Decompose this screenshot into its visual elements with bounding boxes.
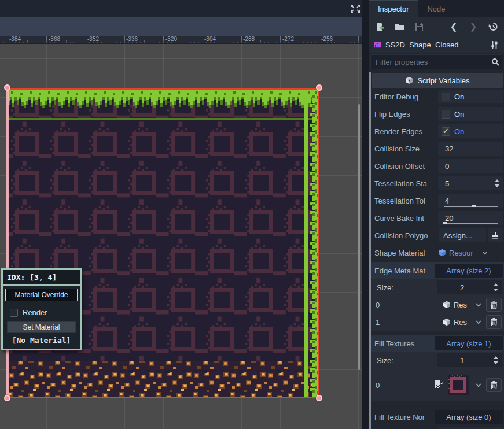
ruler-tick-label: -256 <box>321 36 333 42</box>
horizontal-ruler: -384 -368 -352 -336 -320 -304 -288 -272 … <box>0 36 362 44</box>
tessellation-tolerance-field[interactable]: 4 <box>438 194 503 208</box>
property-shape-material: Shape Material Resour <box>371 244 504 261</box>
render-label: Render <box>23 308 47 317</box>
section-script-variables[interactable]: Script Variables <box>372 73 503 88</box>
tab-inspector[interactable]: Inspector <box>369 0 418 17</box>
trash-icon <box>490 381 498 389</box>
no-material-label: [No Material] <box>3 334 80 345</box>
property-fill-texture-z-index: Fill Texture Z I -10 <box>371 426 504 429</box>
collision-offset-field[interactable]: 0 <box>438 159 503 173</box>
flip-edges-checkbox[interactable] <box>442 110 450 119</box>
object-history-icon[interactable] <box>488 21 498 32</box>
property-tessellation-stages: Tessellation Sta 5 <box>371 175 504 192</box>
ruler-tick-label: -368 <box>49 36 60 42</box>
property-editor-debug: Editor Debug On <box>371 88 504 105</box>
filter-properties-input[interactable] <box>370 54 502 69</box>
inspector-tab-bar: Inspector Node <box>369 0 504 17</box>
property-tessellation-tolerance: Tessellation Tol 4 <box>371 192 504 209</box>
assign-node-picker-icon[interactable] <box>488 228 503 242</box>
assign-button[interactable]: Assign... <box>439 228 486 242</box>
trash-icon <box>490 301 498 309</box>
2d-viewport: -384 -368 -352 -336 -320 -304 -288 -272 … <box>0 0 369 429</box>
fill-texture-item-0: 0 <box>371 369 504 401</box>
fill-textures-size-field[interactable]: 1 <box>437 353 502 367</box>
control-point-bottom-left[interactable] <box>4 395 10 401</box>
load-folder-icon[interactable] <box>394 21 404 32</box>
resource-cube-icon <box>443 318 451 326</box>
editor-debug-checkbox[interactable] <box>442 93 450 101</box>
edit-image-icon[interactable] <box>435 380 443 390</box>
property-fill-textures: Fill Textures Array (size 1) <box>371 335 504 352</box>
delete-item-button[interactable] <box>486 298 502 312</box>
edge-meta-array-button[interactable]: Array (size 2) <box>435 264 503 278</box>
edge-meta-item-0-resource[interactable]: Res <box>443 301 481 309</box>
spinner-icon[interactable] <box>494 179 500 188</box>
resource-cube-icon <box>443 301 451 309</box>
viewport-vertical-scrollbar[interactable] <box>358 104 360 370</box>
ss2d-shape[interactable] <box>8 88 319 398</box>
edge-meta-size-field[interactable]: 2 <box>437 280 502 294</box>
chevron-down-icon[interactable] <box>476 303 481 307</box>
edge-meta-item-0: 0 Res <box>371 296 504 313</box>
slider-grabber[interactable] <box>472 205 476 207</box>
panel-divider <box>362 0 369 429</box>
ruler-tick-label: -384 <box>9 36 21 42</box>
history-forward-icon[interactable]: ❯ <box>468 21 479 32</box>
filter-row <box>369 53 504 71</box>
property-collision-polygon: Collision Polygo Assign... <box>371 227 504 244</box>
viewport-toolbar <box>0 17 362 36</box>
chevron-down-icon[interactable] <box>476 383 481 387</box>
property-collision-size: Collision Size 32 <box>371 140 504 157</box>
extra-tools-icon[interactable] <box>489 40 499 50</box>
shape-material-resource[interactable]: Resour <box>438 246 503 260</box>
script-icon <box>405 76 413 84</box>
expand-fullscreen-icon[interactable] <box>350 4 360 13</box>
save-icon[interactable] <box>414 21 424 32</box>
spinner-icon[interactable] <box>493 283 499 292</box>
fill-textures-array-button[interactable]: Array (size 1) <box>435 336 503 350</box>
render-edges-checkbox[interactable] <box>442 127 450 136</box>
history-back-icon[interactable]: ❮ <box>448 21 459 32</box>
edge-material-popup: IDX: [3, 4] Material Override Render Set… <box>1 268 82 350</box>
slider-grabber[interactable] <box>443 222 447 224</box>
edge-meta-item-1-resource[interactable]: Res <box>443 318 481 327</box>
property-fill-texture-normals: Fill Texture Nor Array (size 0) <box>371 408 504 426</box>
property-curve-bake-interval: Curve Bake Int 20 <box>371 209 504 227</box>
edge-meta-item-1: 1 Res <box>371 313 504 331</box>
property-edge-meta-materials: Edge Meta Mat Array (size 2) <box>371 262 504 279</box>
render-checkbox[interactable] <box>10 309 18 317</box>
curve-bake-interval-field[interactable]: 20 <box>438 211 503 225</box>
material-override-button[interactable]: Material Override <box>5 289 78 301</box>
tessellation-stages-field[interactable]: 5 <box>438 176 503 190</box>
new-resource-icon[interactable] <box>374 21 385 32</box>
inspector-scrollbar[interactable] <box>369 72 371 429</box>
delete-item-button[interactable] <box>486 378 502 392</box>
control-point-top-left[interactable] <box>4 84 10 91</box>
delete-item-button[interactable] <box>486 315 502 329</box>
control-point-bottom-right[interactable] <box>316 395 322 401</box>
property-collision-offset: Collision Offset 0 <box>371 157 504 175</box>
shape-left-edge-line[interactable] <box>6 88 9 398</box>
shape-tilemap <box>8 88 319 398</box>
ruler-tick-label: -336 <box>126 36 138 42</box>
control-point-top-right[interactable] <box>316 84 322 91</box>
section-title: Script Variables <box>417 76 469 85</box>
set-material-button[interactable]: Set Material <box>7 321 76 333</box>
ruler-tick-label: -352 <box>87 36 99 42</box>
slider-track[interactable] <box>444 206 498 207</box>
ruler-tick-label: -304 <box>204 36 216 42</box>
trash-icon <box>490 318 498 326</box>
collision-size-field[interactable]: 32 <box>438 142 503 156</box>
viewport-canvas[interactable]: IDX: [3, 4] Material Override Render Set… <box>0 44 362 429</box>
fill-texture-normals-array-button[interactable]: Array (size 0) <box>435 410 503 424</box>
tab-node[interactable]: Node <box>418 0 454 17</box>
chevron-down-icon[interactable] <box>482 251 488 255</box>
ruler-tick-label: -272 <box>282 36 294 42</box>
edited-object-row: SS2D_Shape_Closed <box>369 36 504 53</box>
inspector-toolbar: ❮ ❯ <box>369 17 504 36</box>
fill-texture-preview[interactable] <box>448 375 469 395</box>
slider-track[interactable] <box>444 223 498 224</box>
edge-meta-size-row: Size: 2 <box>371 279 504 296</box>
chevron-down-icon[interactable] <box>476 320 481 324</box>
spinner-icon[interactable] <box>493 356 499 365</box>
